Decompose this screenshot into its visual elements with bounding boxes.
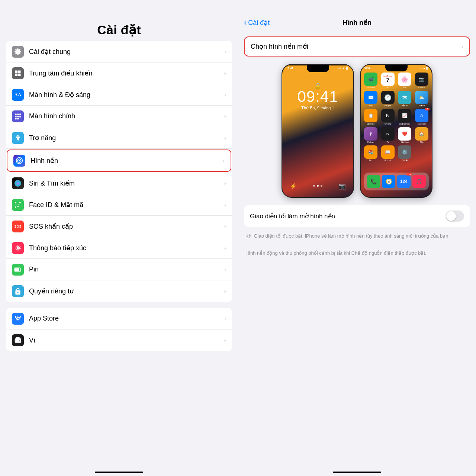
row-face-id[interactable]: Face ID & Mật mã ›: [6, 194, 232, 216]
svg-point-13: [19, 160, 20, 161]
dot-2: [317, 185, 319, 187]
toggle-knob: [446, 211, 456, 221]
app-icon-appletv: tv: [381, 127, 395, 141]
svg-rect-8: [17, 116, 19, 117]
label-cai-dat-chung: Cài đặt chung: [29, 48, 221, 56]
row-tro-nang[interactable]: Trợ năng ›: [6, 127, 232, 149]
app-label-reminders: Lời nhắc: [367, 123, 374, 125]
label-quyen-rieng-tu: Quyền riêng tư: [29, 287, 221, 295]
app-label-appletv: TV: [386, 141, 389, 143]
row-trung-tam[interactable]: Trung tâm điều khiển ›: [6, 62, 232, 84]
svg-rect-7: [15, 116, 17, 117]
chevron-quyen-rieng-tu: ›: [224, 288, 226, 295]
svg-rect-21: [21, 268, 22, 270]
chevron-thong-bao: ›: [224, 245, 226, 251]
chevron-pin: ›: [224, 266, 226, 273]
home-status-time: 9:41: [364, 66, 370, 70]
icon-home-screen: [12, 110, 24, 122]
lock-wifi-icon: ▲: [342, 67, 345, 70]
right-content: Chọn hình nền mới › 9:41 ▪▪▪ ▲: [238, 30, 476, 469]
left-panel: Cài đặt Cài đặt chung › Trung tâm điều k…: [0, 0, 238, 476]
label-pin: Pin: [29, 266, 221, 273]
app-label-camera: Camera: [418, 86, 425, 89]
app-icon-appstore2: A 2: [415, 109, 428, 122]
chevron-man-hinh-do-sang: ›: [224, 91, 226, 98]
app-badge-appstore: 2: [425, 108, 430, 110]
choose-wallpaper-row[interactable]: Chọn hình nền mới ›: [244, 36, 470, 57]
app-label-ibooks: Ghi chú: [385, 159, 391, 161]
app-label-health: Sức khỏe: [401, 141, 409, 143]
app-podcasts: 🎙 Podcast: [364, 127, 378, 143]
phone-notch-home: [385, 65, 408, 71]
row-cai-dat-chung[interactable]: Cài đặt chung ›: [6, 41, 232, 62]
label-app-store: App Store: [29, 315, 221, 322]
apps-row-5: 📚 Sách 📖 Ghi chú ⚙️ Cài đặt: [364, 145, 429, 161]
app-maps: 🗺 Bản đồ: [398, 91, 412, 107]
left-header: Cài đặt: [0, 0, 238, 41]
home-dock: 📞 🧭 124 124 🎵: [364, 173, 429, 190]
lock-screen-preview[interactable]: 9:41 ▪▪▪ ▲ ▓ 🔒 09:41 Thứ Ba, 9 tháng 1: [282, 64, 354, 198]
row-siri[interactable]: Siri & Tìm kiếm ›: [6, 173, 232, 194]
icon-siri: [12, 177, 24, 189]
app-tv: tv Ghi chú: [381, 109, 395, 125]
app-icon-weather: ⛅: [415, 91, 428, 104]
app-icon-settings2: ⚙️: [398, 145, 411, 159]
row-vi[interactable]: Ví ›: [6, 329, 232, 351]
label-sos: SOS khẩn cấp: [29, 222, 221, 231]
app-label-podcasts: Podcast: [367, 141, 374, 143]
label-man-hinh-do-sang: Màn hình & Độ sáng: [29, 91, 221, 99]
app-empty: [415, 145, 429, 161]
app-icon-clock: 🕐: [381, 91, 395, 104]
chevron-vi: ›: [224, 337, 226, 344]
app-label-facetime: FaceTime: [367, 86, 375, 89]
app-label-settings2: Cài đặt: [402, 159, 408, 161]
app-label-home: Nhà: [420, 141, 423, 143]
app-clock: 🕐 Đồng hồ: [381, 91, 395, 107]
dock-phone: 📞: [367, 175, 380, 188]
app-mail: ✉️ Mail: [364, 91, 378, 107]
home-screen-preview[interactable]: 9:41 ▪▪▪ ▲ ▓ 📹: [360, 64, 432, 198]
app-icon-photos: 🌸: [398, 73, 411, 86]
row-man-hinh-do-sang[interactable]: AA Màn hình & Độ sáng ›: [6, 84, 232, 106]
dock-safari: 🧭: [382, 175, 395, 188]
dot-1: [313, 185, 315, 187]
app-label-books: Sách: [369, 159, 373, 161]
label-face-id: Face ID & Mật mã: [29, 201, 221, 209]
row-pin[interactable]: Pin ›: [6, 259, 232, 280]
chevron-face-id: ›: [224, 202, 226, 208]
chevron-cai-dat-chung: ›: [224, 48, 226, 55]
row-app-store[interactable]: App Store ›: [6, 308, 232, 329]
row-hinh-nen[interactable]: Hình nền ›: [7, 149, 231, 172]
row-quyen-rieng-tu[interactable]: Quyền riêng tư ›: [6, 280, 232, 302]
svg-rect-6: [19, 113, 21, 115]
icon-battery: [12, 264, 24, 276]
label-tro-nang: Trợ năng: [29, 134, 221, 142]
home-indicator-right: [333, 472, 381, 473]
icon-gear: [12, 46, 24, 58]
info-text-1: Khi Giao diện tối được bật, iPhone sẽ là…: [244, 230, 470, 242]
app-label-maps: Bản đồ: [402, 104, 408, 107]
svg-rect-2: [15, 73, 18, 76]
dock-messages-badge: 124: [406, 173, 412, 176]
dock-music: 🎵: [412, 175, 426, 188]
app-icon-stocks: 📈: [398, 109, 411, 122]
toggle-dark-mode-switch[interactable]: [446, 210, 464, 222]
label-thong-bao: Thông báo tiếp xúc: [29, 244, 221, 252]
row-man-hinh-chinh[interactable]: Màn hình chính ›: [6, 106, 232, 127]
row-thong-bao[interactable]: Thông báo tiếp xúc ›: [6, 237, 232, 259]
chevron-app-store: ›: [224, 315, 226, 322]
home-wifi-icon: ▲: [423, 67, 425, 69]
back-chevron-icon: ‹: [244, 18, 247, 28]
app-label-calendar: Lịch: [386, 86, 389, 89]
icon-app-store: [12, 313, 24, 325]
app-settings2: ⚙️ Cài đặt: [398, 145, 412, 161]
lock-status-time: 9:41: [287, 67, 293, 70]
row-sos[interactable]: SOS SOS khẩn cấp ›: [6, 216, 232, 237]
home-signal-icon: ▪▪▪: [419, 67, 422, 69]
chevron-tro-nang: ›: [224, 135, 226, 141]
svg-rect-9: [19, 116, 21, 117]
back-button[interactable]: ‹ Cài đặt: [244, 18, 270, 28]
app-label-tv: Ghi chú: [385, 123, 391, 125]
svg-rect-23: [15, 338, 21, 343]
info-text-2: Hình nền động và thu phóng phối cảnh bị …: [244, 247, 470, 260]
